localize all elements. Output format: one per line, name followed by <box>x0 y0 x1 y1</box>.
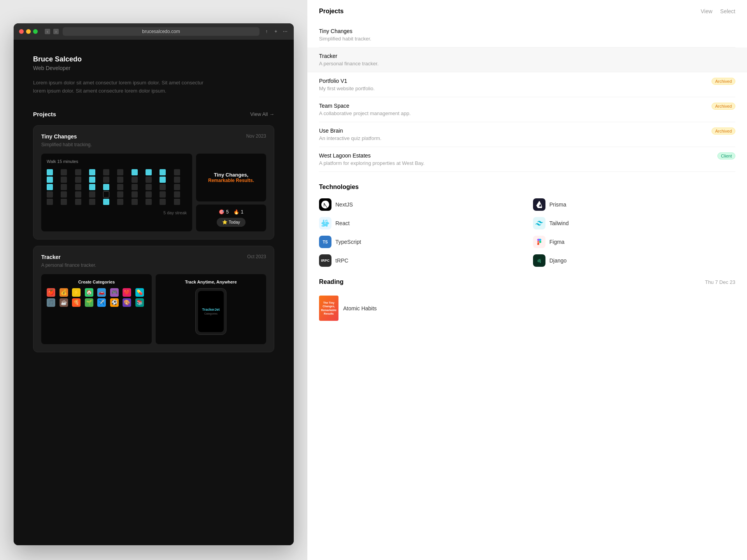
nav-back-button[interactable]: ‹ <box>45 29 50 34</box>
tech-grid: NextJS Prisma React Tai <box>319 198 735 267</box>
habit-cell <box>103 191 109 198</box>
project-list-item-west-lagoon[interactable]: West Lagoon Estates A platform for explo… <box>319 147 735 172</box>
habit-cell <box>132 199 138 205</box>
track-anytime-label: Track Anytime, Anywhere <box>185 280 237 284</box>
project-list-desc: A collaborative project management app. <box>319 110 411 116</box>
reading-section: Reading Thu 7 Dec 23 The TinyChanges,Rem… <box>319 278 735 325</box>
habit-cell <box>132 191 138 198</box>
technologies-section: Technologies NextJS Prisma <box>319 184 735 267</box>
project-list-item-use-brain[interactable]: Use Brain An interactive quiz platform. … <box>319 122 735 147</box>
book-title: Atomic Habits <box>343 305 377 312</box>
habit-cell <box>61 199 67 205</box>
habit-cell <box>117 199 123 205</box>
habit-cell <box>146 191 152 198</box>
habit-cell <box>89 177 95 183</box>
trpc-icon: tRPC <box>319 254 331 267</box>
today-button[interactable]: ⭐ Today <box>217 218 245 227</box>
tech-item-prisma: Prisma <box>533 198 735 211</box>
habit-cell <box>61 177 67 183</box>
emoji-icon: 🎵 <box>47 298 55 307</box>
project-list-item-tracker[interactable]: Tracker A personal finance tracker. <box>307 47 747 72</box>
project-list-item-tiny-changes[interactable]: Tiny Changes Simplified habit tracker. <box>319 23 735 47</box>
traffic-light-red[interactable] <box>19 29 24 34</box>
habit-cell <box>89 169 95 175</box>
share-icon[interactable]: ↑ <box>263 28 270 35</box>
project-list-name: Tiny Changes <box>319 28 371 34</box>
emoji-icon: 🍕 <box>72 298 81 307</box>
tech-item-figma: Figma <box>533 236 735 248</box>
project-list-desc: Simplified habit tracker. <box>319 36 371 42</box>
habit-cell <box>47 184 53 190</box>
project-list-item-portfolio-v1[interactable]: Portfolio V1 My first website portfolio.… <box>319 72 735 97</box>
habit-cell <box>117 177 123 183</box>
book-item[interactable]: The TinyChanges,RemarkableResults Atomic… <box>319 292 735 325</box>
browser-nav-controls: ‹ › <box>45 29 59 34</box>
tracker-anytime-preview: Track Anytime, Anywhere TrackerJet Categ… <box>156 274 266 344</box>
habit-label: Walk 15 minutes <box>47 159 187 164</box>
emoji-icon: 💊 <box>135 288 144 297</box>
habit-cell <box>160 184 166 190</box>
panel-header: Projects View Select <box>319 8 735 15</box>
more-options-icon[interactable]: ⋯ <box>282 28 288 35</box>
project-list-desc: An interactive quiz platform. <box>319 135 381 141</box>
habit-cell <box>174 199 180 205</box>
view-action[interactable]: View <box>701 8 712 14</box>
select-action[interactable]: Select <box>720 8 735 14</box>
emoji-icon: 🎮 <box>110 288 119 297</box>
traffic-light-yellow[interactable] <box>26 29 31 34</box>
phone-mockup: TrackerJet Categories <box>195 288 226 335</box>
view-all-link[interactable]: View All → <box>250 111 274 117</box>
tracker-categories-preview: Create Categories 🍎 💰 ⚡ 🏠 🚗 🎮 ❤️ 💊 <box>41 274 152 344</box>
habit-cell <box>47 199 53 205</box>
nav-forward-button[interactable]: › <box>53 29 59 34</box>
tiny-changes-card[interactable]: Tiny Changes Nov 2023 Simplified habit t… <box>33 125 274 240</box>
tiny-changes-desc: Simplified habit tracking. <box>41 142 266 147</box>
habit-cell <box>89 199 95 205</box>
archived-badge: Archived <box>712 78 735 85</box>
reading-title: Reading <box>319 278 344 285</box>
emoji-icon: 🍎 <box>47 288 55 297</box>
tiny-changes-preview: Walk 15 minutes <box>41 154 266 231</box>
stat-layers-val: 5 <box>226 209 229 215</box>
habit-cell <box>75 184 81 190</box>
project-list-item-team-space[interactable]: Team Space A collaborative project manag… <box>319 97 735 122</box>
emoji-grid: 🍎 💰 ⚡ 🏠 🚗 🎮 ❤️ 💊 🎵 ☕ 🍕 <box>47 288 146 307</box>
project-list-item-info: Tiny Changes Simplified habit tracker. <box>319 28 371 42</box>
add-tab-icon[interactable]: + <box>273 28 279 35</box>
address-bar[interactable]: brucesalcedo.com <box>63 27 260 36</box>
habit-cell <box>174 184 180 190</box>
stat-layers: 🎯 5 <box>219 209 229 215</box>
habit-cell <box>117 191 123 198</box>
emoji-icon: 💰 <box>60 288 68 297</box>
project-list-name: Portfolio V1 <box>319 78 375 84</box>
project-list-item-info: Portfolio V1 My first website portfolio. <box>319 78 375 91</box>
habit-cell <box>103 169 109 175</box>
habit-cell <box>75 169 81 175</box>
projects-section-title: Projects <box>33 111 56 117</box>
panel-actions: View Select <box>701 8 735 14</box>
habit-cell <box>47 177 53 183</box>
habit-cell <box>132 184 138 190</box>
tech-item-trpc: tRPC tRPC <box>319 254 521 267</box>
emoji-icon: 🏠 <box>85 288 93 297</box>
react-label: React <box>335 220 350 226</box>
habit-cell <box>174 177 180 183</box>
tc-subtitle: Remarkable Results. <box>208 178 254 183</box>
tech-item-react: React <box>319 217 521 229</box>
traffic-lights <box>19 29 38 34</box>
tc-title: Tiny Changes, <box>214 172 249 178</box>
habit-grid <box>47 169 187 205</box>
browser-right-controls: ↑ + ⋯ <box>263 28 288 35</box>
tracker-preview: Create Categories 🍎 💰 ⚡ 🏠 🚗 🎮 ❤️ 💊 <box>41 274 266 344</box>
tech-item-django: dj Django <box>533 254 735 267</box>
prisma-label: Prisma <box>549 201 566 208</box>
phone-screen: TrackerJet Categories <box>198 291 224 332</box>
typescript-label: TypeScript <box>335 239 361 245</box>
tech-item-nextjs: NextJS <box>319 198 521 211</box>
traffic-light-green[interactable] <box>33 29 38 34</box>
tracker-card[interactable]: Tracker Oct 2023 A personal finance trac… <box>33 246 274 352</box>
browser-content: Bruce Salcedo Web Developer Lorem ipsum … <box>14 40 294 545</box>
habit-cell <box>103 184 109 190</box>
emoji-icon: 🚗 <box>97 288 106 297</box>
tracker-desc: A personal finance tracker. <box>41 262 266 268</box>
